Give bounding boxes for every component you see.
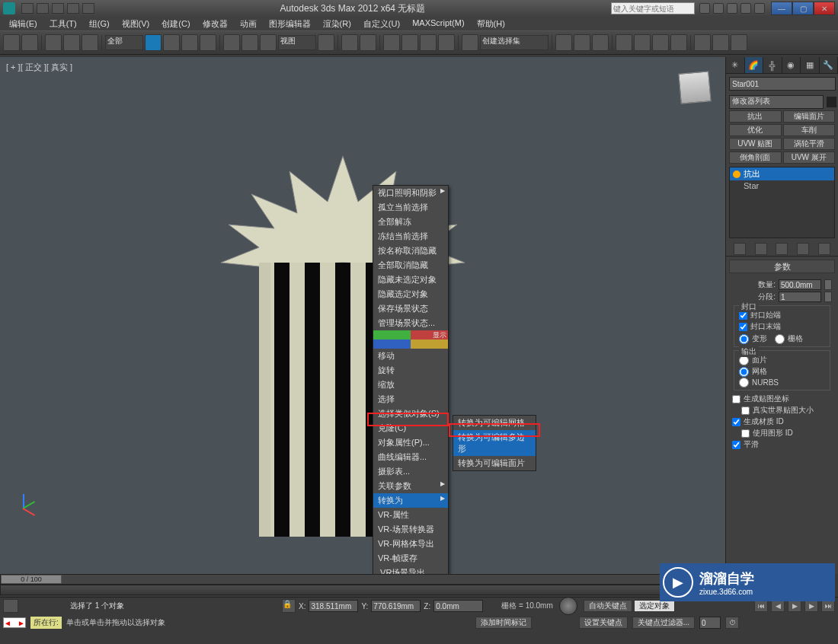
cm-vr-mesh-export[interactable]: VR-网格体导出 — [373, 537, 448, 551]
cm-viewport-lighting[interactable]: 视口照明和阴影 — [373, 186, 448, 200]
cm-save-scene-state[interactable]: 保存场景状态 — [373, 301, 448, 316]
menu-help[interactable]: 帮助(H) — [471, 17, 511, 30]
render-frame-button[interactable] — [712, 34, 729, 51]
select-object-button[interactable] — [145, 34, 162, 51]
link-button[interactable] — [45, 34, 62, 51]
bulb-icon[interactable] — [733, 171, 740, 178]
qat-undo[interactable] — [67, 3, 79, 14]
chk-gen-matid[interactable] — [732, 418, 740, 426]
snap-percent-button[interactable] — [420, 34, 437, 51]
pivot-button[interactable] — [318, 34, 334, 51]
help-search-input[interactable] — [611, 2, 695, 14]
tab-create[interactable]: ✳ — [726, 57, 745, 73]
menu-customize[interactable]: 自定义(U) — [357, 17, 406, 30]
tab-modify[interactable]: 🌈 — [745, 57, 764, 73]
time-slider[interactable]: 0 / 100 — [0, 574, 725, 585]
cm-unhide-by-name[interactable]: 按名称取消隐藏 — [373, 244, 448, 258]
key-filter-combo[interactable]: 选定对象 — [634, 600, 675, 612]
time-config-button[interactable]: ⏱ — [725, 617, 739, 629]
tab-utilities[interactable]: 🔧 — [820, 57, 839, 73]
pin-stack-button[interactable] — [734, 243, 746, 255]
select-region-button[interactable] — [181, 34, 198, 51]
undo-button[interactable] — [3, 34, 20, 51]
cm-scale[interactable]: 缩放 — [373, 378, 448, 392]
segments-spinner-arrows[interactable] — [824, 292, 832, 302]
cm-vr-framebuf[interactable]: VR-帧缓存 — [373, 551, 448, 566]
tab-motion[interactable]: ◉ — [782, 57, 801, 73]
cm-rotate[interactable]: 旋转 — [373, 363, 448, 378]
spinner-snap-button[interactable] — [438, 34, 455, 51]
rad-nurbs[interactable] — [739, 378, 749, 387]
rollout-parameters[interactable]: 参数 — [729, 260, 835, 273]
modbtn-editpatch[interactable]: 编辑面片 — [783, 110, 836, 123]
set-key-icon[interactable] — [559, 597, 577, 615]
qat-redo[interactable] — [82, 3, 94, 14]
cm-convert-to[interactable]: 转换为 — [373, 493, 448, 508]
maximize-button[interactable]: ▢ — [792, 2, 814, 15]
bind-spacewarp-button[interactable] — [82, 34, 98, 51]
modbtn-bevelprofile[interactable]: 倒角剖面 — [729, 151, 782, 164]
modbtn-uvwmap[interactable]: UVW 贴图 — [729, 138, 782, 150]
menu-group[interactable]: 组(G) — [83, 17, 116, 30]
tab-hierarchy[interactable]: ╬ — [763, 57, 782, 73]
chk-use-shapeid[interactable] — [741, 429, 750, 438]
cm-unhide-all[interactable]: 全部取消隐藏 — [373, 258, 448, 273]
viewcube[interactable] — [678, 71, 711, 104]
chk-cap-end[interactable] — [739, 323, 747, 331]
subscription-icon[interactable] — [713, 3, 724, 14]
cm-select[interactable]: 选择 — [373, 392, 448, 406]
cm-object-props[interactable]: 对象属性(P)... — [373, 435, 448, 450]
chk-real-uvw[interactable] — [741, 406, 750, 415]
add-time-tag-button[interactable]: 添加时间标记 — [475, 617, 532, 629]
menu-views[interactable]: 视图(V) — [116, 17, 156, 30]
goto-start-button[interactable]: ⏮ — [754, 600, 768, 612]
cm-hide-selected[interactable]: 隐藏选定对象 — [373, 287, 448, 301]
scale-button[interactable] — [260, 34, 277, 51]
cm-vr-props[interactable]: VR-属性 — [373, 508, 448, 522]
cm-vr-scene-conv[interactable]: VR-场景转换器 — [373, 522, 448, 537]
chk-cap-start[interactable] — [739, 311, 747, 320]
prev-frame-button[interactable]: ◀ — [771, 600, 785, 612]
coord-y-input[interactable] — [371, 600, 421, 612]
cm-wire-params[interactable]: 关联参数 — [373, 479, 448, 493]
schematic-button[interactable] — [652, 34, 669, 51]
modbtn-optimize[interactable]: 优化 — [729, 124, 782, 136]
object-color-swatch[interactable] — [827, 97, 836, 107]
object-name-input[interactable] — [729, 77, 836, 91]
maxscript-mini-button[interactable] — [3, 599, 18, 613]
next-frame-button[interactable]: ▶ — [804, 600, 818, 612]
align-button[interactable] — [574, 34, 590, 51]
window-crossing-button[interactable] — [200, 34, 216, 51]
modbtn-uvwunwrap[interactable]: UVW 展开 — [783, 151, 836, 164]
qat-open[interactable] — [37, 3, 49, 14]
menu-edit[interactable]: 编辑(E) — [3, 17, 43, 30]
move-button[interactable] — [223, 34, 240, 51]
material-editor-button[interactable] — [670, 34, 687, 51]
menu-animation[interactable]: 动画 — [234, 17, 263, 30]
show-end-result-button[interactable] — [755, 243, 767, 255]
render-button[interactable] — [731, 34, 747, 51]
cm-move[interactable]: 移动 — [373, 349, 448, 363]
mirror-button[interactable] — [555, 34, 572, 51]
select-by-name-button[interactable] — [163, 34, 180, 51]
segments-spinner[interactable] — [779, 292, 821, 302]
tab-display[interactable]: ▦ — [801, 57, 820, 73]
menu-grapheditors[interactable]: 图形编辑器 — [263, 17, 317, 30]
chk-smooth[interactable] — [732, 441, 740, 449]
app-icon[interactable] — [3, 2, 15, 14]
help-icon[interactable] — [754, 3, 765, 14]
cm-manage-scene-state[interactable]: 管理场景状态... — [373, 316, 448, 330]
modbtn-lathe[interactable]: 车削 — [783, 124, 836, 136]
amount-spinner-arrows[interactable] — [824, 279, 832, 290]
lock-icon[interactable]: 🔒 — [282, 599, 296, 613]
modifier-list-combo[interactable]: 修改器列表 — [729, 95, 824, 109]
rad-grid[interactable] — [775, 334, 785, 344]
minimize-button[interactable]: — — [771, 2, 792, 15]
close-button[interactable]: ✕ — [814, 2, 835, 15]
manipulate-button[interactable] — [341, 34, 358, 51]
chk-gen-uvw[interactable] — [732, 395, 740, 403]
named-sel-combo[interactable]: 创建选择集 — [480, 35, 549, 50]
rad-mesh[interactable] — [739, 367, 749, 377]
mini-listener-arrows[interactable] — [3, 617, 26, 628]
cm-dope-sheet[interactable]: 摄影表... — [373, 464, 448, 479]
